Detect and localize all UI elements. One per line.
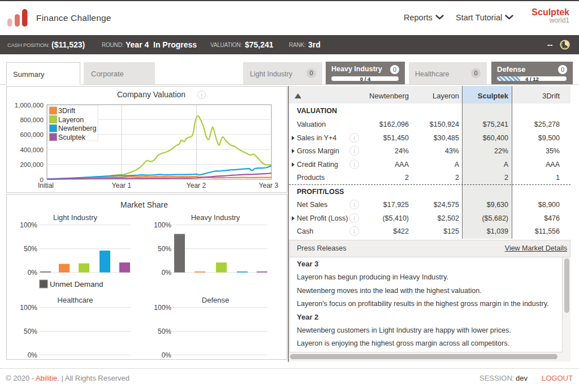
svg-text:100%: 100% [154, 304, 171, 312]
svg-text:Newtenberg: Newtenberg [58, 124, 96, 132]
svg-text:800,000: 800,000 [20, 117, 44, 123]
svg-text:600,000: 600,000 [20, 131, 44, 138]
svg-text:Year 3: Year 3 [259, 182, 279, 189]
svg-text:Unmet Demand: Unmet Demand [50, 280, 103, 288]
svg-text:Defense: Defense [202, 296, 229, 304]
svg-text:Year 2: Year 2 [187, 182, 206, 189]
svg-text:50%: 50% [24, 245, 37, 253]
svg-text:400,000: 400,000 [20, 147, 44, 153]
svg-text:Year 1: Year 1 [112, 182, 132, 189]
svg-text:0%: 0% [28, 269, 38, 277]
svg-text:50%: 50% [158, 245, 171, 253]
svg-text:Healthcare: Healthcare [58, 296, 93, 304]
svg-text:50%: 50% [158, 328, 171, 335]
svg-text:3Drift: 3Drift [58, 107, 75, 115]
svg-text:Sculptek: Sculptek [58, 133, 86, 141]
svg-text:50%: 50% [24, 328, 37, 335]
svg-text:100%: 100% [20, 304, 37, 312]
svg-text:Heavy Industry: Heavy Industry [191, 213, 240, 222]
svg-text:Initial: Initial [38, 182, 54, 189]
svg-text:1,000,000: 1,000,000 [15, 102, 44, 109]
svg-text:100%: 100% [154, 221, 171, 229]
svg-text:Layeron: Layeron [58, 116, 84, 124]
svg-text:0%: 0% [28, 351, 38, 359]
svg-text:200,000: 200,000 [20, 161, 44, 168]
svg-text:100%: 100% [20, 221, 37, 229]
svg-text:0%: 0% [162, 351, 172, 359]
svg-text:Light Industry: Light Industry [53, 213, 98, 222]
svg-text:0%: 0% [162, 269, 172, 277]
